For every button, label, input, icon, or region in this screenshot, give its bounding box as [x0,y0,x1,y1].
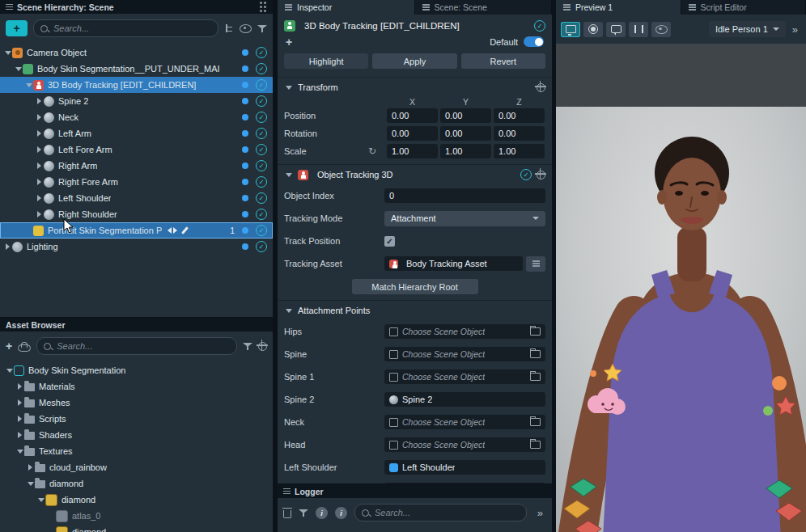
expand-arrow-icon[interactable] [35,114,44,120]
attachment-object-field[interactable]: Choose Scene Object [384,437,545,452]
add-component-button[interactable]: + [286,38,292,46]
tree-row[interactable]: Left Fore Arm✓ [0,141,273,158]
enabled-checkbox[interactable]: ✓ [256,176,267,188]
tree-row[interactable]: cloud_rainbow [0,459,273,475]
reset-icon[interactable]: ↻ [368,146,376,157]
browse-folder-icon[interactable] [530,441,541,449]
tab-scene[interactable]: Scene: Scene [415,0,553,15]
attachment-points-section-header[interactable]: Attachment Points [278,300,552,320]
browse-folder-icon[interactable] [530,327,541,336]
transform-value-field[interactable]: 1.00 [494,144,545,158]
tab-inspector[interactable]: Inspector [278,0,415,15]
tree-row[interactable]: Scripts [0,411,273,427]
expand-arrow-icon[interactable] [15,450,24,454]
visibility-dot[interactable] [242,211,248,217]
transform-value-field[interactable]: 0.00 [387,126,438,141]
attachment-object-field[interactable]: Choose Scene Object [384,324,545,339]
pause-button[interactable] [629,22,648,37]
tree-row[interactable]: diamond [0,524,273,532]
tree-row[interactable]: atlas_0 [0,508,273,524]
enabled-checkbox[interactable]: ✓ [256,160,267,171]
transform-value-field[interactable]: 0.00 [440,126,491,141]
expand-arrow-icon[interactable] [35,98,44,104]
expand-arrow-icon[interactable] [35,179,44,185]
browse-folder-icon[interactable] [530,373,541,381]
visibility-dot[interactable] [242,114,248,120]
visibility-toggle-icon[interactable] [240,24,252,33]
tree-row[interactable]: Spine 2✓ [0,93,273,109]
tree-row[interactable]: diamond [0,492,273,508]
expand-arrow-icon[interactable] [3,243,12,250]
enabled-checkbox[interactable]: ✓ [256,63,267,74]
preview-viewport[interactable] [556,44,806,532]
log-filter-icon[interactable] [299,509,308,517]
asset-browser-header[interactable]: Asset Browser [0,318,273,331]
tree-row[interactable]: Right Shoulder✓ [0,206,273,222]
object-tracking-section-header[interactable]: Object Tracking 3D ✓ [278,164,552,184]
component-enabled-checkbox[interactable]: ✓ [520,169,532,180]
object-enabled-checkbox[interactable]: ✓ [534,20,545,32]
scene-search-input[interactable] [52,23,211,34]
overlay-edit-icon[interactable] [180,226,189,235]
info-toggle-icon[interactable]: i [316,507,328,519]
expand-arrow-icon[interactable] [35,211,44,217]
scene-search[interactable] [33,19,218,37]
collapse-arrow-icon[interactable] [284,173,293,177]
enabled-checkbox[interactable]: ✓ [256,112,267,123]
tree-row[interactable]: Lighting✓ [0,239,273,255]
transform-section-header[interactable]: Transform [278,77,552,97]
asset-search[interactable] [36,337,237,355]
expand-arrow-icon[interactable] [24,83,33,87]
attachment-object-field[interactable]: Choose Scene Object [384,369,545,384]
filter-icon[interactable] [243,342,252,351]
transform-value-field[interactable]: 0.00 [387,108,438,123]
visibility-dot[interactable] [242,65,248,72]
asset-picker-icon[interactable] [526,256,545,272]
visibility-dot[interactable] [242,163,248,169]
gear-icon[interactable] [258,342,267,351]
tree-row[interactable]: Meshes [0,395,273,411]
visibility-dot[interactable] [242,195,248,201]
expand-arrow-icon[interactable] [15,416,24,422]
enabled-checkbox[interactable]: ✓ [256,128,267,139]
visibility-dot[interactable] [242,146,248,153]
tree-row[interactable]: Neck✓ [0,109,273,125]
visibility-dot[interactable] [242,179,248,185]
expand-arrow-icon[interactable] [35,130,44,137]
asset-search-input[interactable] [55,340,230,352]
attachment-object-field[interactable]: Spine 2 [384,392,545,407]
track-position-checkbox[interactable]: ✓ [384,236,395,247]
expand-arrow-icon[interactable] [35,195,44,201]
gear-icon[interactable] [537,171,545,179]
browse-folder-icon[interactable] [530,418,541,426]
tree-row[interactable]: Right Arm✓ [0,158,273,174]
tree-row[interactable]: diamond [0,475,273,492]
logger-header[interactable]: Logger [278,484,552,498]
tab-script-editor[interactable]: Script Editor [681,0,806,15]
snap-overlay-button[interactable] [606,22,626,37]
transform-value-field[interactable]: 1.00 [440,144,491,158]
panel-menu-icon[interactable] [260,6,262,8]
expand-arrow-icon[interactable] [36,498,45,502]
collapse-arrow-icon[interactable] [284,309,293,313]
transform-value-field[interactable]: 1.00 [387,144,438,158]
tree-row[interactable]: Left Shoulder✓ [0,190,273,206]
revert-button[interactable]: Revert [461,53,545,69]
object-index-field[interactable]: 0 [384,188,545,203]
enabled-checkbox[interactable]: ✓ [256,47,267,58]
expand-toolbar-button[interactable]: » [789,23,801,36]
expand-arrow-icon[interactable] [35,163,44,169]
transform-value-field[interactable]: 0.00 [494,126,545,141]
collapse-arrow-icon[interactable] [284,86,293,90]
visibility-dot[interactable] [242,98,248,104]
tracking-asset-field[interactable]: Body Tracking Asset [384,256,523,271]
expand-arrow-icon[interactable] [26,464,35,471]
visibility-dot[interactable] [242,227,248,234]
expand-logger-button[interactable]: » [534,507,546,519]
tracking-mode-dropdown[interactable]: Attachment [384,211,545,226]
tree-row[interactable]: Textures [0,443,273,459]
expand-arrow-icon[interactable] [5,369,14,373]
tree-row[interactable]: Materials [0,378,273,395]
enabled-checkbox[interactable]: ✓ [256,144,267,155]
hierarchy-view-icon[interactable] [224,24,234,33]
